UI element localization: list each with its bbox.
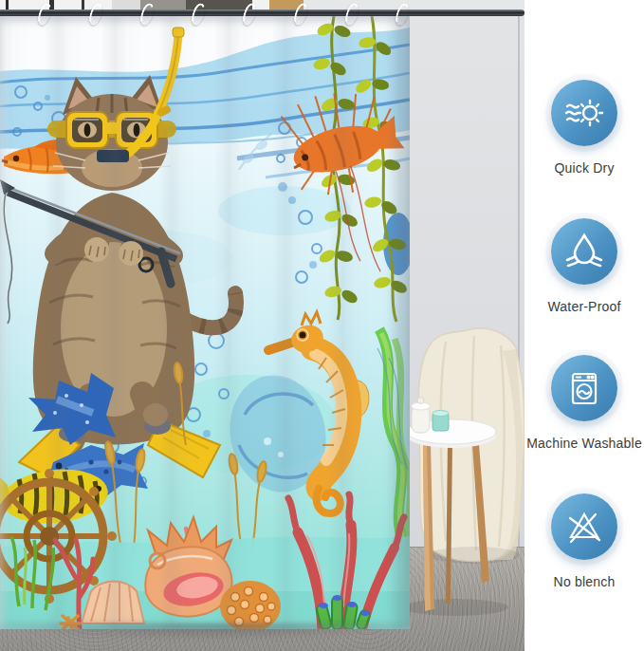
quick-dry-icon	[563, 92, 605, 134]
badge-quick-dry: Quick Dry	[524, 80, 644, 176]
machine-washable-icon	[563, 367, 605, 409]
feature-badges-column: Quick Dry Water-Proof	[524, 0, 644, 651]
product-image: Quick Dry Water-Proof	[0, 0, 644, 651]
badge-label: Machine Washable	[526, 436, 642, 451]
curtain-hem-shadow	[0, 623, 417, 641]
shower-curtain	[0, 16, 410, 629]
badge-machine-washable: Machine Washable	[524, 355, 644, 451]
mint-cup	[432, 411, 449, 432]
badge-circle	[551, 218, 617, 285]
towel-and-table	[408, 323, 524, 617]
curtain-artwork	[0, 16, 410, 629]
badge-circle	[551, 355, 617, 421]
badge-no-bleach: No blench	[524, 493, 644, 589]
badge-label: Quick Dry	[554, 160, 614, 176]
badge-circle	[551, 80, 617, 146]
badge-label: Water-Proof	[547, 299, 620, 314]
no-bleach-icon	[563, 506, 605, 548]
shower-rod	[0, 9, 524, 16]
water-proof-icon	[563, 231, 605, 272]
badge-circle	[551, 493, 617, 560]
badge-label: No blench	[554, 574, 616, 589]
badge-water-proof: Water-Proof	[524, 218, 644, 314]
bathroom-photo	[0, 0, 524, 651]
